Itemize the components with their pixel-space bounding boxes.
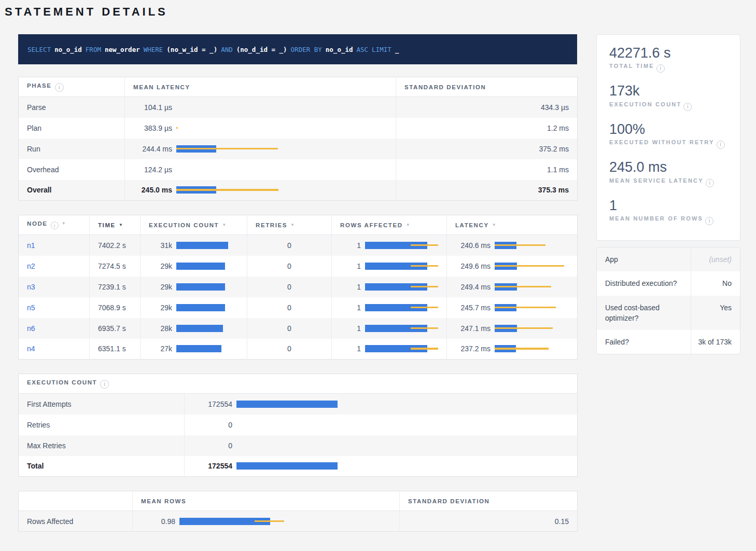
- stddev-line: [255, 520, 284, 522]
- node-rows-affected-cell: 1: [332, 277, 447, 297]
- stddev-line: [495, 265, 564, 267]
- sort-arrow-icon[interactable]: ▼: [290, 223, 295, 227]
- nodes-header-time[interactable]: Time▼: [90, 215, 141, 235]
- rows-affected-row-label: Rows Affected: [19, 511, 133, 532]
- sql-token: SELECT: [27, 46, 51, 53]
- node-id-cell: n1: [19, 235, 90, 256]
- execution-count-header-label: Execution Count: [149, 222, 219, 228]
- node-link[interactable]: n1: [27, 241, 35, 250]
- node-link[interactable]: n2: [27, 262, 35, 270]
- node-retries-cell: 0: [247, 235, 332, 256]
- stat-info-icon[interactable]: i: [656, 64, 665, 73]
- detail-value: Yes: [691, 296, 740, 330]
- nodes-header-rows-affected[interactable]: Rows Affected▼: [332, 215, 447, 235]
- latency-bar-chart: [176, 104, 280, 111]
- phase-stddev-cell: 375.3 ms: [396, 180, 578, 201]
- phase-info-icon[interactable]: i: [55, 83, 64, 92]
- phase-name: Overall: [19, 180, 125, 201]
- rows-affected-blank-header: [19, 491, 133, 511]
- sort-arrow-icon[interactable]: ▼: [62, 221, 66, 226]
- sort-arrow-icon[interactable]: ▼: [119, 223, 123, 227]
- stat-info-icon[interactable]: i: [705, 217, 713, 225]
- node-execution-count-cell: 27k: [141, 339, 247, 360]
- stat-info-icon[interactable]: i: [683, 103, 692, 111]
- node-row: n4 6351.1 s 27k 0 1: [19, 339, 578, 360]
- phase-stddev-value: 1.2 ms: [547, 124, 569, 132]
- detail-label: Failed?: [597, 330, 691, 354]
- nodes-header-node[interactable]: Nodei▼: [19, 215, 90, 235]
- sql-token: new_order: [105, 46, 140, 53]
- stat-info-icon[interactable]: i: [706, 179, 714, 187]
- nodes-table-body: n1 7402.2 s 31k 0 1: [19, 235, 578, 360]
- rows-affected-value: 1: [340, 304, 361, 312]
- node-latency-cell: 249.4 ms: [447, 277, 578, 297]
- execution-count-row-value: 0: [193, 442, 232, 450]
- stat-label-text: EXECUTION COUNT: [609, 101, 681, 107]
- detail-value: (unset): [691, 247, 740, 271]
- sql-token: (no_d_id = _): [236, 46, 287, 53]
- node-link[interactable]: n3: [27, 283, 35, 291]
- latency-value: 245.7 ms: [455, 304, 491, 312]
- node-info-icon[interactable]: i: [51, 222, 59, 229]
- latency-value: 249.6 ms: [455, 262, 491, 270]
- latency-bar-chart: [176, 125, 280, 132]
- count-bar: [236, 401, 338, 408]
- execution-count-bar-chart: [236, 421, 338, 429]
- sort-arrow-icon[interactable]: ▼: [406, 223, 410, 227]
- stddev-line: [176, 148, 278, 150]
- node-time-cell: 7068.9 s: [90, 297, 141, 318]
- phase-mean-latency-value: 245.0 ms: [133, 186, 172, 194]
- node-row: n1 7402.2 s 31k 0 1: [19, 235, 578, 256]
- phase-mean-latency-cell: 383.9 µs: [125, 118, 396, 139]
- node-row: n2 7274.5 s 29k 0 1: [19, 256, 578, 277]
- stat-label-text: TOTAL TIME: [609, 63, 654, 69]
- node-execution-count-cell: 31k: [141, 235, 247, 256]
- nodes-header-execution-count[interactable]: Execution Count▼: [141, 215, 247, 235]
- stat-info-icon[interactable]: i: [717, 141, 725, 149]
- node-execution-count-cell: 29k: [141, 256, 247, 277]
- execution-count-bar-chart: [176, 283, 228, 291]
- execution-count-row: Max Retries 0: [19, 435, 578, 456]
- stat-block: 100% EXECUTED WITHOUT RETRYi: [609, 121, 727, 149]
- latency-value: 240.6 ms: [455, 241, 491, 250]
- phases-header-phase: Phasei: [19, 77, 125, 97]
- stat-value: 42271.6 s: [609, 45, 727, 61]
- sort-arrow-icon[interactable]: ▼: [492, 223, 496, 227]
- execution-count-value: 27k: [149, 345, 172, 353]
- phases-header-row: Phasei Mean Latency Standard Deviation: [19, 77, 578, 97]
- latency-bar-chart: [176, 166, 280, 173]
- sort-arrow-icon[interactable]: ▼: [222, 223, 226, 227]
- nodes-header-latency[interactable]: Latency▼: [447, 215, 578, 235]
- node-rows-affected-cell: 1: [332, 297, 447, 318]
- detail-value: 3k of 173k: [691, 330, 740, 354]
- sql-token: no_o_id: [54, 46, 82, 53]
- phase-stddev-cell: 1.2 ms: [396, 118, 578, 139]
- execution-count-value: 31k: [149, 241, 172, 250]
- time-header-label: Time: [98, 222, 116, 228]
- phase-name: Overhead: [19, 159, 125, 180]
- stat-block: 42271.6 s TOTAL TIMEi: [609, 45, 727, 73]
- statement-details-card: App (unset) Distributed execution? No Us…: [596, 247, 740, 354]
- nodes-header-retries[interactable]: Retries▼: [247, 215, 332, 235]
- execution-count-info-icon[interactable]: i: [100, 380, 109, 389]
- latency-bar-chart: [495, 242, 567, 249]
- node-link[interactable]: n6: [27, 324, 35, 333]
- execution-count-row-label: First Attempts: [19, 394, 185, 415]
- stat-value: 100%: [609, 121, 727, 137]
- execution-count-value: 29k: [149, 262, 172, 270]
- phase-mean-latency-cell: 244.4 ms: [125, 139, 396, 159]
- phase-mean-latency-value: 244.4 ms: [133, 145, 172, 153]
- node-link[interactable]: n5: [27, 304, 35, 312]
- node-execution-count-cell: 29k: [141, 277, 247, 297]
- node-header-label: Node: [27, 221, 48, 227]
- node-latency-cell: 245.7 ms: [447, 297, 578, 318]
- phase-stddev-cell: 1.1 ms: [396, 159, 578, 180]
- node-row: n3 7239.1 s 29k 0 1: [19, 277, 578, 297]
- phases-header-stddev: Standard Deviation: [396, 77, 578, 97]
- execution-count-row-value-cell: 0: [185, 415, 578, 435]
- execution-count-row: Retries 0: [19, 415, 578, 435]
- statement-sql-box: SELECTno_o_idFROMnew_orderWHERE(no_w_id …: [18, 34, 577, 64]
- node-link[interactable]: n4: [27, 345, 35, 353]
- phase-mean-latency-cell: 104.1 µs: [125, 97, 396, 118]
- latency-bar-chart: [495, 283, 567, 291]
